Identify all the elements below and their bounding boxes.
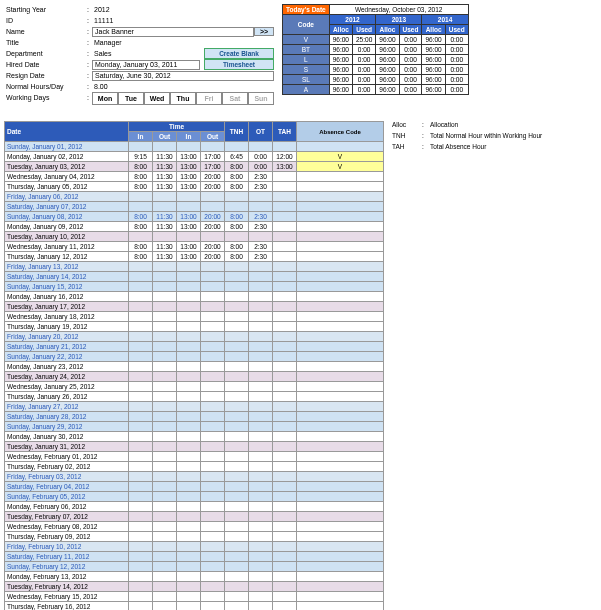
time-cell[interactable]: 8:00 — [129, 252, 153, 262]
time-cell[interactable] — [201, 352, 225, 362]
time-cell[interactable] — [153, 602, 177, 611]
time-cell[interactable] — [153, 522, 177, 532]
time-cell[interactable] — [153, 382, 177, 392]
time-cell[interactable]: 11:30 — [153, 242, 177, 252]
absence-cell[interactable] — [297, 422, 384, 432]
time-cell[interactable] — [177, 402, 201, 412]
time-cell[interactable] — [153, 342, 177, 352]
time-cell[interactable] — [201, 362, 225, 372]
absence-cell[interactable]: V — [297, 162, 384, 172]
time-cell[interactable] — [153, 502, 177, 512]
absence-cell[interactable]: V — [297, 152, 384, 162]
time-cell[interactable] — [177, 372, 201, 382]
absence-cell[interactable] — [297, 282, 384, 292]
absence-cell[interactable] — [297, 452, 384, 462]
time-cell[interactable] — [201, 372, 225, 382]
absence-cell[interactable] — [297, 192, 384, 202]
absence-cell[interactable] — [297, 472, 384, 482]
time-cell[interactable] — [129, 322, 153, 332]
time-cell[interactable] — [177, 392, 201, 402]
time-cell[interactable] — [177, 322, 201, 332]
time-cell[interactable] — [153, 312, 177, 322]
time-cell[interactable] — [177, 492, 201, 502]
time-cell[interactable] — [129, 532, 153, 542]
time-cell[interactable] — [201, 322, 225, 332]
time-cell[interactable] — [129, 302, 153, 312]
absence-cell[interactable] — [297, 352, 384, 362]
time-cell[interactable]: 13:00 — [177, 222, 201, 232]
time-cell[interactable] — [129, 232, 153, 242]
time-cell[interactable] — [177, 142, 201, 152]
time-cell[interactable] — [201, 332, 225, 342]
day-thu[interactable]: Thu — [170, 92, 196, 105]
day-tue[interactable]: Tue — [118, 92, 144, 105]
absence-cell[interactable] — [297, 362, 384, 372]
time-cell[interactable]: 8:00 — [129, 182, 153, 192]
absence-cell[interactable] — [297, 462, 384, 472]
time-cell[interactable] — [153, 352, 177, 362]
time-cell[interactable] — [177, 472, 201, 482]
time-cell[interactable] — [177, 592, 201, 602]
day-wed[interactable]: Wed — [144, 92, 170, 105]
time-cell[interactable] — [201, 262, 225, 272]
time-cell[interactable] — [177, 552, 201, 562]
time-cell[interactable] — [177, 412, 201, 422]
time-cell[interactable]: 13:00 — [177, 182, 201, 192]
time-cell[interactable] — [153, 202, 177, 212]
time-cell[interactable] — [201, 472, 225, 482]
day-fri[interactable]: Fri — [196, 92, 222, 105]
time-cell[interactable]: 8:00 — [129, 162, 153, 172]
time-cell[interactable] — [201, 522, 225, 532]
time-cell[interactable]: 17:00 — [201, 152, 225, 162]
absence-cell[interactable] — [297, 182, 384, 192]
time-cell[interactable] — [129, 282, 153, 292]
time-cell[interactable] — [129, 582, 153, 592]
time-cell[interactable] — [201, 532, 225, 542]
time-cell[interactable] — [201, 342, 225, 352]
time-cell[interactable] — [177, 442, 201, 452]
time-cell[interactable] — [201, 282, 225, 292]
time-cell[interactable] — [129, 392, 153, 402]
day-sun[interactable]: Sun — [248, 92, 274, 105]
absence-cell[interactable] — [297, 582, 384, 592]
time-cell[interactable] — [201, 452, 225, 462]
absence-cell[interactable] — [297, 412, 384, 422]
time-cell[interactable] — [201, 552, 225, 562]
time-cell[interactable] — [153, 392, 177, 402]
time-cell[interactable]: 20:00 — [201, 212, 225, 222]
time-cell[interactable] — [153, 272, 177, 282]
time-cell[interactable] — [177, 422, 201, 432]
time-cell[interactable]: 11:30 — [153, 162, 177, 172]
absence-cell[interactable] — [297, 602, 384, 611]
time-cell[interactable] — [129, 562, 153, 572]
time-cell[interactable] — [153, 362, 177, 372]
time-cell[interactable] — [153, 562, 177, 572]
timesheet-button[interactable]: Timesheet — [204, 59, 274, 70]
time-cell[interactable] — [177, 262, 201, 272]
absence-cell[interactable] — [297, 532, 384, 542]
time-cell[interactable]: 20:00 — [201, 222, 225, 232]
time-cell[interactable] — [177, 272, 201, 282]
time-cell[interactable]: 9:15 — [129, 152, 153, 162]
next-button[interactable]: >> — [254, 27, 274, 36]
absence-cell[interactable] — [297, 262, 384, 272]
time-cell[interactable] — [177, 512, 201, 522]
time-cell[interactable] — [153, 412, 177, 422]
time-cell[interactable] — [129, 352, 153, 362]
time-cell[interactable] — [201, 602, 225, 611]
absence-cell[interactable] — [297, 232, 384, 242]
time-cell[interactable] — [153, 262, 177, 272]
time-cell[interactable]: 13:00 — [177, 212, 201, 222]
time-cell[interactable] — [201, 202, 225, 212]
time-cell[interactable] — [153, 322, 177, 332]
time-cell[interactable] — [177, 342, 201, 352]
absence-cell[interactable] — [297, 222, 384, 232]
time-cell[interactable] — [201, 562, 225, 572]
time-cell[interactable] — [177, 562, 201, 572]
time-cell[interactable] — [153, 292, 177, 302]
time-cell[interactable] — [129, 552, 153, 562]
time-cell[interactable] — [129, 142, 153, 152]
time-cell[interactable] — [129, 292, 153, 302]
time-cell[interactable] — [129, 412, 153, 422]
absence-cell[interactable] — [297, 432, 384, 442]
